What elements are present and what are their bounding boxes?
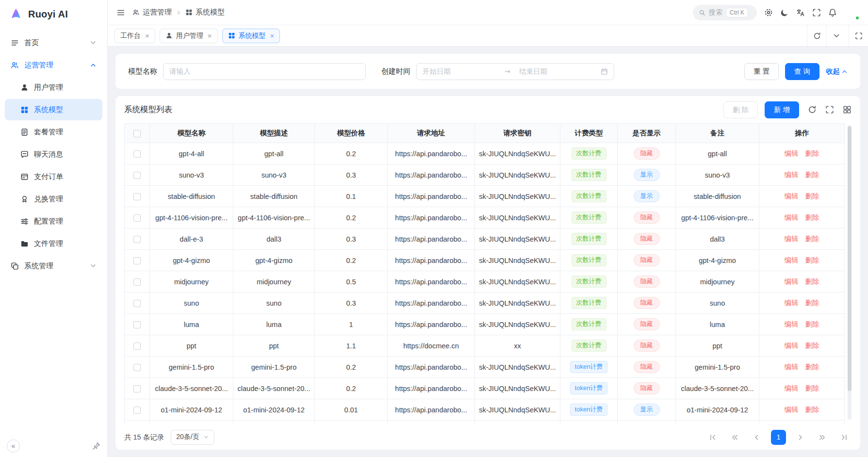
delete-link[interactable]: 删除 <box>805 192 819 200</box>
query-button[interactable]: 查 询 <box>785 63 819 80</box>
edit-link[interactable]: 编辑 <box>785 213 799 221</box>
row-checkbox[interactable] <box>133 257 141 264</box>
chevron-down-icon[interactable] <box>826 25 846 46</box>
create-time-range-picker[interactable]: 开始日期 结束日期 <box>416 63 614 80</box>
maximize-content-icon[interactable] <box>849 25 868 46</box>
row-checkbox[interactable] <box>133 150 141 158</box>
language-icon[interactable] <box>796 8 805 17</box>
billing-type-badge: 次数计费 <box>572 276 606 287</box>
tab-user-management[interactable]: 用户管理× <box>160 29 218 43</box>
sidebar-item-operations[interactable]: 运营管理 <box>5 54 102 76</box>
cell-remark: midjourney <box>676 271 759 293</box>
cell-model-desc: dall3 <box>233 228 315 250</box>
search-input[interactable]: 搜索 Ctrl K <box>693 5 757 20</box>
close-icon[interactable]: × <box>208 32 212 39</box>
edit-link[interactable]: 编辑 <box>785 363 799 371</box>
edit-link[interactable]: 编辑 <box>785 192 799 200</box>
sidebar-item-package-management[interactable]: 套餐管理 <box>5 121 102 143</box>
delete-link[interactable]: 删除 <box>805 277 819 285</box>
edit-link[interactable]: 编辑 <box>785 406 799 413</box>
select-all-checkbox[interactable] <box>133 130 141 137</box>
table-scrollbar[interactable] <box>848 125 852 420</box>
row-checkbox[interactable] <box>133 407 141 414</box>
edit-link[interactable]: 编辑 <box>785 235 799 243</box>
edit-link[interactable]: 编辑 <box>785 256 799 264</box>
row-checkbox[interactable] <box>133 385 141 392</box>
close-icon[interactable]: × <box>270 32 275 39</box>
refresh-icon[interactable] <box>808 105 817 114</box>
sidebar-item-home[interactable]: 首页 <box>5 32 102 53</box>
bell-icon[interactable] <box>828 8 837 17</box>
row-checkbox[interactable] <box>133 214 141 222</box>
cell-model-desc: stable-diffusion <box>233 186 315 207</box>
pin-icon[interactable] <box>92 442 100 450</box>
sidebar-collapse-button[interactable]: « <box>7 440 20 453</box>
row-checkbox[interactable] <box>133 236 141 243</box>
delete-link[interactable]: 删除 <box>805 213 819 221</box>
reset-button[interactable]: 重 置 <box>744 63 779 80</box>
row-checkbox[interactable] <box>133 278 141 286</box>
first-page-button[interactable] <box>705 430 721 445</box>
sidebar-item-system[interactable]: 系统管理 <box>5 255 102 277</box>
sidebar-item-user-management[interactable]: 用户管理 <box>5 77 102 98</box>
dark-mode-moon-icon[interactable] <box>780 8 789 17</box>
edit-link[interactable]: 编辑 <box>785 171 799 179</box>
edit-link[interactable]: 编辑 <box>785 320 799 328</box>
hamburger-icon[interactable] <box>116 8 125 17</box>
row-checkbox[interactable] <box>133 321 141 328</box>
row-checkbox[interactable] <box>133 343 141 350</box>
delete-link[interactable]: 删除 <box>805 171 819 179</box>
edit-link[interactable]: 编辑 <box>785 277 799 285</box>
delete-link[interactable]: 删除 <box>805 363 819 371</box>
sidebar-item-system-model[interactable]: 系统模型 <box>5 99 102 120</box>
app-logo[interactable]: Ruoyi AI <box>0 0 107 28</box>
prev-page-button[interactable] <box>749 430 764 445</box>
tab-workbench[interactable]: 工作台× <box>115 29 155 43</box>
scrollbar-thumb[interactable] <box>848 126 852 391</box>
billing-type-badge: 次数计费 <box>572 297 606 309</box>
delete-link[interactable]: 删除 <box>805 384 819 392</box>
close-icon[interactable]: × <box>145 32 149 39</box>
delete-link[interactable]: 删除 <box>805 406 819 413</box>
model-name-input[interactable]: 请输入 <box>163 63 366 80</box>
current-page-button[interactable]: 1 <box>771 430 786 445</box>
delete-link[interactable]: 删除 <box>805 256 819 264</box>
edit-link[interactable]: 编辑 <box>785 149 799 157</box>
edit-link[interactable]: 编辑 <box>785 342 799 349</box>
sidebar-item-file-management[interactable]: 文件管理 <box>5 233 102 254</box>
edit-link[interactable]: 编辑 <box>785 384 799 392</box>
delete-button[interactable]: 删 除 <box>723 101 758 118</box>
sidebar-item-chat-messages[interactable]: 聊天消息 <box>5 144 102 165</box>
gear-icon[interactable] <box>764 8 773 17</box>
fullscreen-icon[interactable] <box>812 8 821 17</box>
breadcrumb-operations[interactable]: 运营管理 <box>132 8 172 17</box>
refresh-icon[interactable] <box>807 25 826 46</box>
avatar[interactable] <box>844 5 859 20</box>
row-checkbox[interactable] <box>133 193 141 200</box>
fullscreen-icon[interactable] <box>825 105 834 114</box>
delete-link[interactable]: 删除 <box>805 320 819 328</box>
page-size-select[interactable]: 20条/页 <box>171 430 214 445</box>
row-checkbox[interactable] <box>133 172 141 179</box>
sidebar-item-config-management[interactable]: 配置管理 <box>5 211 102 232</box>
column-settings-icon[interactable] <box>843 105 852 114</box>
next-pages-button[interactable] <box>815 430 830 445</box>
tab-system-model[interactable]: 系统模型× <box>222 29 280 43</box>
next-page-button[interactable] <box>793 430 808 445</box>
collapse-filter-link[interactable]: 收起 <box>826 67 848 76</box>
delete-link[interactable]: 删除 <box>805 149 819 157</box>
last-page-button[interactable] <box>836 430 852 445</box>
delete-link[interactable]: 删除 <box>805 235 819 243</box>
row-checkbox[interactable] <box>133 300 141 307</box>
sidebar-item-exchange-management[interactable]: 兑换管理 <box>5 188 102 210</box>
table-row: suno suno 0.3 https://api.pandarobo... s… <box>125 293 845 314</box>
edit-link[interactable]: 编辑 <box>785 299 799 307</box>
breadcrumb-system-model[interactable]: 系统模型 <box>185 8 225 17</box>
add-button[interactable]: 新 增 <box>765 101 799 118</box>
row-checkbox[interactable] <box>133 364 141 371</box>
system-model-table: 模型名称模型描述模型价格请求地址请求密钥计费类型是否显示备注操作 gpt-4-a… <box>124 123 845 424</box>
prev-pages-button[interactable] <box>727 430 742 445</box>
sidebar-item-payment-orders[interactable]: 支付订单 <box>5 166 102 187</box>
delete-link[interactable]: 删除 <box>805 342 819 349</box>
delete-link[interactable]: 删除 <box>805 299 819 307</box>
